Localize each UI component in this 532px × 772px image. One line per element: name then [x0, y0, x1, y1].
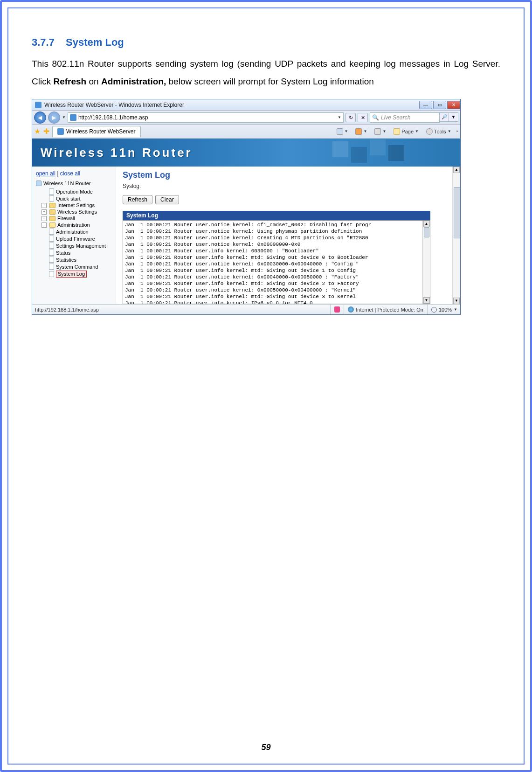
sidebar-item-status[interactable]: Status — [49, 249, 114, 256]
refresh-button[interactable]: Refresh — [123, 195, 152, 204]
sidebar-item-internet-settings[interactable]: +Internet Settings — [41, 202, 114, 209]
page-favicon-icon — [70, 114, 76, 121]
search-placeholder: Live Search — [381, 114, 437, 121]
sidebar-item-quick-start[interactable]: Quick start — [49, 195, 114, 202]
syslog-section-header: System Log — [123, 211, 430, 220]
router-icon — [36, 181, 41, 186]
maximize-button[interactable]: ▭ — [433, 101, 446, 109]
tree-item-label: Internet Settings — [57, 202, 95, 208]
zoom-dropdown-icon[interactable]: ▼ — [454, 307, 457, 312]
home-button[interactable]: ▼ — [334, 127, 351, 136]
history-dropdown-icon[interactable]: ▼ — [62, 115, 66, 119]
rss-icon — [355, 128, 362, 135]
clear-button[interactable]: Clear — [155, 195, 179, 204]
page-icon — [49, 236, 54, 242]
tools-menu-label: Tools — [434, 129, 446, 134]
security-shield-icon — [334, 306, 340, 313]
status-url: http://192.168.1.1/home.asp — [35, 307, 326, 313]
page-scrollbar[interactable]: ▲ ▼ — [452, 167, 460, 304]
syslog-label: Syslog: — [123, 183, 460, 189]
scroll-down-icon[interactable]: ▼ — [423, 297, 430, 304]
sidebar-item-settings-management[interactable]: Settings Management — [49, 242, 114, 249]
minimize-button[interactable]: — — [419, 101, 432, 109]
internet-zone-icon — [348, 306, 354, 313]
body-bold-administration: Administration, — [101, 77, 166, 86]
folder-icon — [49, 216, 55, 221]
tree-expand-controls: open all | close all — [36, 170, 114, 177]
scroll-thumb[interactable] — [424, 227, 429, 237]
back-button[interactable]: ◄ — [34, 111, 46, 124]
status-bar: http://192.168.1.1/home.asp Internet | P… — [32, 304, 460, 314]
ie-icon — [35, 102, 41, 108]
sidebar-item-firewall[interactable]: +Firewall — [41, 215, 114, 222]
home-icon — [337, 128, 343, 135]
browser-tab[interactable]: Wireless Router WebServer — [52, 126, 141, 137]
favorites-add-icon[interactable]: ★ — [34, 127, 41, 136]
tree-item-label: Upload Firmware — [56, 236, 95, 242]
feeds-button[interactable]: ▼ — [353, 127, 369, 136]
page-title: System Log — [123, 170, 460, 180]
search-provider-icon: 🔍 — [372, 114, 379, 121]
tools-menu-button[interactable]: Tools▼ — [424, 127, 454, 136]
page-icon — [49, 188, 54, 195]
url-text: http://192.168.1.1/home.asp — [78, 114, 336, 121]
sidebar-item-administration[interactable]: -Administration — [41, 222, 114, 228]
page-icon — [49, 195, 54, 202]
tree-root[interactable]: Wireless 11N Router — [36, 181, 114, 186]
scroll-down-icon[interactable]: ▼ — [453, 298, 460, 304]
stop-nav-button[interactable]: ✕ — [358, 113, 368, 122]
sidebar-item-upload-firmware[interactable]: Upload Firmware — [49, 235, 114, 242]
body-text-segment: below screen will prompt for System Log … — [169, 77, 374, 86]
scroll-up-icon[interactable]: ▲ — [423, 221, 430, 227]
page-icon — [394, 128, 400, 135]
sidebar-item-operation-mode[interactable]: Operation Mode — [49, 188, 114, 195]
banner-text: Wireless 11n Router — [41, 146, 193, 160]
address-bar[interactable]: http://192.168.1.1/home.asp ▼ — [68, 112, 344, 123]
folder-icon — [49, 209, 55, 215]
sidebar-item-wireless-settings[interactable]: +Wireless Settings — [41, 209, 114, 215]
tree-item-label: Firewall — [57, 216, 75, 221]
syslog-content: Jan 1 00:00:21 Router user.notice kernel… — [123, 221, 430, 304]
scroll-up-icon[interactable]: ▲ — [453, 167, 460, 173]
syslog-textarea[interactable]: Jan 1 00:00:21 Router user.notice kernel… — [123, 220, 430, 304]
zoom-icon[interactable] — [431, 307, 437, 313]
tab-title: Wireless Router WebServer — [66, 128, 136, 135]
expand-toggle-icon[interactable]: + — [41, 203, 47, 208]
expand-toggle-icon[interactable]: + — [41, 216, 47, 221]
nav-tree-sidebar: open all | close all Wireless 11N Router… — [32, 167, 116, 304]
tree-item-label: Quick start — [56, 196, 81, 202]
url-dropdown-icon[interactable]: ▼ — [338, 115, 341, 119]
search-dropdown-icon[interactable]: ▼ — [449, 112, 458, 122]
scroll-thumb[interactable] — [454, 187, 460, 238]
sidebar-item-system-log[interactable]: System Log — [49, 270, 114, 278]
favorites-center-icon[interactable]: ✚ — [43, 127, 49, 136]
window-title: Wireless Router WebServer - Windows Inte… — [44, 102, 418, 108]
toolbar-chevron-icon[interactable]: » — [456, 129, 458, 133]
page-content: System Log Syslog: Refresh Clear System … — [116, 167, 460, 304]
syslog-scrollbar[interactable]: ▲ ▼ — [422, 221, 430, 304]
open-all-link[interactable]: open all — [36, 170, 55, 177]
close-button[interactable]: ✕ — [447, 101, 460, 109]
refresh-nav-button[interactable]: ↻ — [345, 113, 356, 122]
page-menu-button[interactable]: Page▼ — [391, 127, 421, 136]
tree-item-label: Wireless Settings — [57, 209, 97, 215]
tree-root-label: Wireless 11N Router — [43, 181, 90, 186]
forward-button[interactable]: ► — [48, 111, 60, 124]
search-box[interactable]: 🔍 Live Search — [370, 112, 440, 123]
sidebar-item-statistics[interactable]: Statistics — [49, 256, 114, 263]
expand-toggle-icon[interactable]: + — [41, 209, 47, 215]
print-button[interactable]: ▼ — [372, 127, 388, 136]
expand-toggle-icon[interactable]: - — [41, 223, 47, 228]
sidebar-item-administration[interactable]: Administration — [49, 228, 114, 235]
tree-item-label: Administration — [56, 229, 89, 235]
search-go-button[interactable]: 🔎 — [440, 112, 449, 122]
page-icon — [49, 229, 54, 235]
page-icon — [49, 271, 54, 277]
tab-toolbar: ★ ✚ Wireless Router WebServer ▼ ▼ ▼ Page… — [32, 125, 460, 139]
print-icon — [374, 128, 381, 135]
sidebar-item-system-command[interactable]: System Command — [49, 263, 114, 270]
router-banner: Wireless 11n Router — [32, 139, 460, 167]
tree-item-label: Settings Management — [56, 243, 106, 249]
close-all-link[interactable]: close all — [60, 170, 80, 177]
page-number: 59 — [261, 743, 270, 752]
